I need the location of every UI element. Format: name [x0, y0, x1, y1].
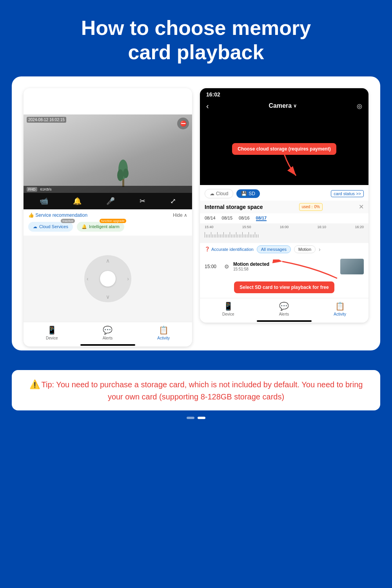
dpad-up-icon[interactable]: ∧ [106, 258, 110, 264]
device-label-left: Device [46, 336, 58, 340]
cloud-callout-container: Choose cloud storage (requires payment) [200, 143, 368, 178]
left-header-title: Camera ∨ [92, 102, 120, 109]
storage-title: Internal storage space [205, 204, 263, 210]
inactive-badge: Inactive [61, 219, 75, 223]
service-buttons: Inactive ☁ Cloud Services function upgra… [24, 220, 192, 236]
page-indicator [187, 410, 205, 427]
activity-icon-left: 📋 [159, 325, 169, 335]
alerts-icon-left: 💬 [103, 325, 113, 335]
nav-device-right[interactable]: 📱 Device [222, 301, 234, 316]
camera-overlay-icon: ⛔ [177, 118, 189, 129]
date-0814[interactable]: 08/14 [205, 216, 216, 221]
camera-timestamp: 2024-08-12 16:02:15 [27, 117, 66, 123]
dpad-area: ∧ ‹ › ∨ [24, 236, 192, 322]
main-card: 16:02 ‹ Camera ∨ ◎ [12, 76, 380, 350]
nav-activity-right[interactable]: 📋 Activity [334, 301, 346, 316]
tab-cloud[interactable]: ☁ Cloud [205, 189, 233, 198]
svg-point-2 [117, 169, 123, 181]
storage-header: Internal storage space used：0% ✕ [200, 201, 368, 213]
dpad-left-icon[interactable]: ‹ [87, 276, 89, 282]
dot-2[interactable] [198, 417, 205, 419]
cloud-callout: Choose cloud storage (requires payment) [232, 143, 336, 155]
alerts-icon-right: 💬 [279, 301, 289, 311]
activity-label-left: Activity [157, 336, 170, 340]
camera-quality-bar: FHD 61KB/s [24, 186, 192, 193]
dot-1[interactable] [187, 417, 194, 419]
speed-label: 61KB/s [40, 187, 52, 191]
timeline-labels: 15:40 15:50 16:00 16:10 16:20 [205, 225, 364, 230]
alert-icon[interactable]: 🔔 [73, 197, 82, 205]
left-phone: 16:02 ‹ Camera ∨ ◎ [24, 88, 192, 347]
phones-row: 16:02 ‹ Camera ∨ ◎ [24, 88, 368, 347]
dpad-down-icon[interactable]: ∨ [106, 294, 110, 300]
fullscreen-icon[interactable]: ⤢ [170, 197, 176, 205]
date-0817[interactable]: 08/17 [256, 216, 267, 221]
sd-arrow [267, 260, 345, 279]
sd-callout-wrapper: Select SD card to view playback for free [200, 279, 368, 297]
video-icon[interactable]: 📹 [40, 197, 48, 205]
right-status-bar: 16:02 [200, 88, 368, 99]
crop-icon[interactable]: ✂ [140, 197, 145, 205]
warning-icon: ⚠️ [29, 379, 40, 389]
filter-label: ❓ Accurate identification [205, 247, 254, 252]
right-header-title: Camera ∨ [269, 102, 297, 109]
cloud-arrow [269, 154, 300, 178]
right-phone-screen: 16:02 ‹ Camera ∨ ◎ Screen loading... [200, 88, 368, 323]
camera-controls: 📹 🔔 🎤 ✂ ⤢ [24, 193, 192, 209]
left-back-icon[interactable]: ‹ [30, 102, 33, 111]
event-time: 15:00 [205, 264, 220, 269]
filter-row: ❓ Accurate identification All messages M… [200, 243, 368, 256]
sd-panel: ☁ Cloud 💾 SD card status >> Internal sto… [200, 185, 368, 323]
nav-alerts-left[interactable]: 💬 Alerts [103, 325, 113, 340]
left-nav-indicator [80, 344, 135, 346]
storage-tabs: ☁ Cloud 💾 SD card status >> [200, 185, 368, 201]
sd-callout: Select SD card to view playback for free [234, 281, 334, 293]
dpad[interactable]: ∧ ‹ › ∨ [84, 255, 131, 302]
filter-motion[interactable]: Motion [294, 245, 316, 253]
service-rec-label: 👍 Service recommendation [28, 212, 87, 218]
tab-sd[interactable]: 💾 SD [236, 189, 260, 198]
date-row: 08/14 08/15 08/16 08/17 [200, 213, 368, 223]
right-back-icon[interactable]: ‹ [206, 102, 209, 111]
mic-icon[interactable]: 🎤 [106, 197, 115, 205]
left-status-bar: 16:02 [24, 88, 192, 99]
event-dot-icon: ⚙ [224, 263, 229, 270]
dpad-right-icon[interactable]: › [127, 276, 129, 282]
fhd-badge: FHD [27, 187, 37, 192]
device-label-right: Device [222, 312, 234, 316]
right-bottom-nav: 📱 Device 💬 Alerts 📋 Activity [200, 298, 368, 318]
filter-all-messages[interactable]: All messages [257, 245, 291, 253]
camera-feed: 2024-08-12 16:02:15 ⛔ FHD 61KB/s [24, 114, 192, 193]
activity-icon-right: 📋 [335, 301, 345, 311]
device-icon-right: 📱 [223, 301, 233, 311]
upgrade-badge: function upgrade [100, 219, 126, 223]
date-0815[interactable]: 08/15 [222, 216, 233, 221]
hide-button[interactable]: Hide ∧ [173, 212, 187, 218]
tree-decoration [116, 152, 130, 187]
tip-text: ⚠️Tip: You need to purchase a storage ca… [24, 378, 368, 403]
page-title: How to choose memory card playback [58, 0, 335, 76]
card-status-button[interactable]: card status >> [331, 190, 364, 197]
timeline[interactable]: 15:40 15:50 16:00 16:10 16:20 [200, 223, 368, 243]
nav-activity-left[interactable]: 📋 Activity [157, 325, 170, 340]
nav-alerts-right[interactable]: 💬 Alerts [279, 301, 289, 316]
tip-section: ⚠️Tip: You need to purchase a storage ca… [12, 370, 380, 410]
left-bottom-nav: 📱 Device 💬 Alerts 📋 Activity [24, 322, 192, 342]
device-icon-left: 📱 [47, 325, 57, 335]
nav-device-left[interactable]: 📱 Device [46, 325, 58, 340]
timeline-ticks [205, 230, 364, 238]
date-0816[interactable]: 08/16 [239, 216, 250, 221]
dpad-center[interactable] [100, 271, 116, 287]
left-header: ‹ Camera ∨ ◎ [24, 99, 192, 114]
left-settings-icon[interactable]: ◎ [180, 102, 186, 110]
close-icon[interactable]: ✕ [359, 203, 364, 211]
right-header: ‹ Camera ∨ ◎ [200, 99, 368, 114]
alerts-label-right: Alerts [279, 312, 289, 316]
right-nav-indicator [257, 320, 312, 322]
right-settings-icon[interactable]: ◎ [357, 102, 362, 110]
right-phone: Choose cloud storage (requires payment) … [200, 88, 368, 347]
cloud-services-button[interactable]: Inactive ☁ Cloud Services [28, 222, 73, 232]
intelligent-alarm-button[interactable]: function upgrade 🔔 Intelligent alarm [77, 222, 124, 232]
activity-label-right: Activity [334, 312, 346, 316]
alerts-label-left: Alerts [103, 336, 113, 340]
